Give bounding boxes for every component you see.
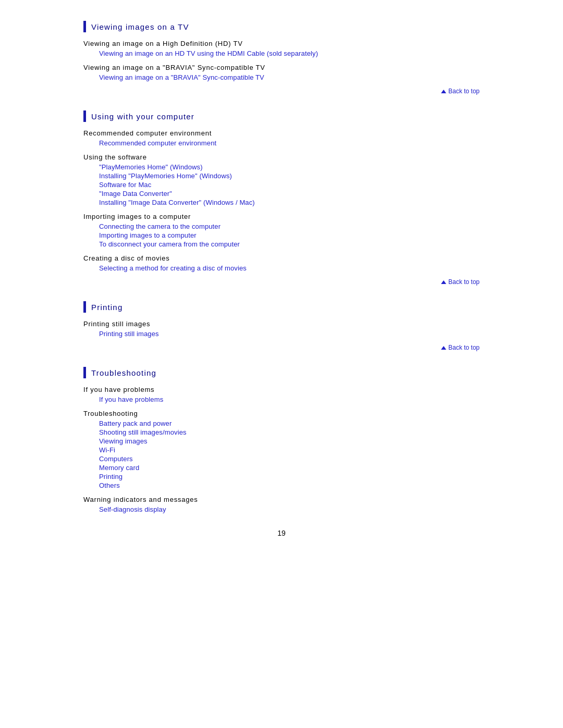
link-battery-pack-power[interactable]: Battery pack and power (99, 419, 480, 427)
section-title-computer: Using with your computer (91, 112, 194, 121)
subsection-title-recommended-env: Recommended computer environment (83, 129, 480, 137)
link-image-data-converter[interactable]: "Image Data Converter" (99, 190, 480, 198)
back-to-top-label-2: Back to top (448, 278, 480, 286)
link-others[interactable]: Others (99, 482, 480, 489)
back-to-top-link-1[interactable]: Back to top (441, 88, 480, 95)
section-title-troubleshooting: Troubleshooting (91, 368, 156, 377)
link-printing[interactable]: Printing (99, 473, 480, 480)
subsection-hd-tv: Viewing an image on a High Definition (H… (83, 40, 480, 57)
link-printing-still-images[interactable]: Printing still images (99, 330, 480, 338)
link-computers[interactable]: Computers (99, 455, 480, 463)
link-install-playmemories-windows[interactable]: Installing "PlayMemories Home" (Windows) (99, 172, 480, 180)
link-playmemories-windows[interactable]: "PlayMemories Home" (Windows) (99, 163, 480, 171)
subsection-title-hd-tv: Viewing an image on a High Definition (H… (83, 40, 480, 47)
subsection-title-printing-still: Printing still images (83, 320, 480, 328)
back-to-top-icon-1 (441, 90, 446, 93)
link-if-problems[interactable]: If you have problems (99, 396, 480, 403)
section-header-viewing-tv: Viewing images on a TV (83, 21, 480, 32)
section-viewing-tv: Viewing images on a TV Viewing an image … (83, 21, 480, 95)
subsection-warning-indicators: Warning indicators and messages Self-dia… (83, 496, 480, 513)
subsection-title-software: Using the software (83, 153, 480, 161)
link-recommended-env[interactable]: Recommended computer environment (99, 139, 480, 147)
link-importing-images[interactable]: Importing images to a computer (99, 231, 480, 239)
page-number: 19 (83, 529, 480, 548)
link-hdmi-cable[interactable]: Viewing an image on an HD TV using the H… (99, 50, 480, 57)
link-bravia-sync-tv[interactable]: Viewing an image on a "BRAVIA" Sync-comp… (99, 73, 480, 81)
section-title-viewing-tv: Viewing images on a TV (91, 22, 189, 31)
subsection-disc-movies: Creating a disc of movies Selecting a me… (83, 254, 480, 272)
section-bar-icon (83, 21, 86, 32)
section-header-printing: Printing (83, 301, 480, 313)
page-container: Viewing images on a TV Viewing an image … (0, 0, 563, 579)
subsection-title-warning-indicators: Warning indicators and messages (83, 496, 480, 503)
back-to-top-icon-2 (441, 280, 446, 284)
back-to-top-row-2: Back to top (83, 278, 480, 286)
subsection-title-importing: Importing images to a computer (83, 213, 480, 220)
section-header-troubleshooting: Troubleshooting (83, 367, 480, 378)
subsection-troubleshooting-list: Troubleshooting Battery pack and power S… (83, 410, 480, 489)
link-viewing-images[interactable]: Viewing images (99, 437, 480, 445)
back-to-top-icon-3 (441, 346, 446, 350)
section-bar-icon-2 (83, 110, 86, 122)
subsection-bravia-tv: Viewing an image on a "BRAVIA" Sync-comp… (83, 64, 480, 81)
section-title-printing: Printing (91, 303, 123, 312)
section-troubleshooting: Troubleshooting If you have problems If … (83, 367, 480, 513)
subsection-importing: Importing images to a computer Connectin… (83, 213, 480, 248)
link-self-diagnosis[interactable]: Self-diagnosis display (99, 505, 480, 513)
back-to-top-row-3: Back to top (83, 344, 480, 351)
subsection-title-disc-movies: Creating a disc of movies (83, 254, 480, 262)
back-to-top-row-1: Back to top (83, 88, 480, 95)
link-wifi[interactable]: Wi-Fi (99, 446, 480, 454)
subsection-printing-still: Printing still images Printing still ima… (83, 320, 480, 338)
back-to-top-link-2[interactable]: Back to top (441, 278, 480, 286)
link-software-mac[interactable]: Software for Mac (99, 181, 480, 189)
link-disconnect-camera[interactable]: To disconnect your camera from the compu… (99, 240, 480, 248)
section-bar-icon-4 (83, 367, 86, 378)
link-memory-card[interactable]: Memory card (99, 464, 480, 472)
subsection-title-if-problems: If you have problems (83, 386, 480, 393)
link-selecting-disc-method[interactable]: Selecting a method for creating a disc o… (99, 264, 480, 272)
subsection-title-troubleshooting-list: Troubleshooting (83, 410, 480, 417)
link-connecting-camera[interactable]: Connecting the camera to the computer (99, 223, 480, 230)
subsection-software: Using the software "PlayMemories Home" (… (83, 153, 480, 206)
back-to-top-link-3[interactable]: Back to top (441, 344, 480, 351)
section-printing: Printing Printing still images Printing … (83, 301, 480, 351)
subsection-if-problems: If you have problems If you have problem… (83, 386, 480, 403)
section-header-computer: Using with your computer (83, 110, 480, 122)
back-to-top-label-1: Back to top (448, 88, 480, 95)
section-bar-icon-3 (83, 301, 86, 313)
section-using-computer: Using with your computer Recommended com… (83, 110, 480, 286)
link-shooting-still-movies[interactable]: Shooting still images/movies (99, 428, 480, 436)
link-install-image-data-converter[interactable]: Installing "Image Data Converter" (Windo… (99, 199, 480, 206)
subsection-recommended-env: Recommended computer environment Recomme… (83, 129, 480, 147)
subsection-title-bravia-tv: Viewing an image on a "BRAVIA" Sync-comp… (83, 64, 480, 71)
back-to-top-label-3: Back to top (448, 344, 480, 351)
